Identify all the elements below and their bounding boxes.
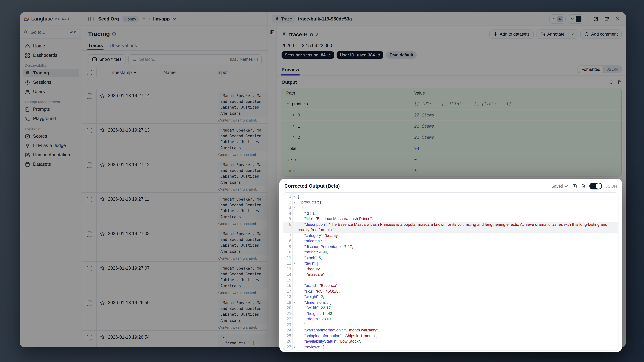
code-line-22[interactable]: 22 "depth": 28.01	[283, 316, 618, 322]
code-line-21[interactable]: 21 "height": 14.43,	[283, 311, 618, 316]
code-line-5[interactable]: 5 "title": "Essence Mascara Lash Prince"…	[283, 216, 618, 222]
line-number: 11	[283, 255, 293, 261]
code-line-11[interactable]: 11 "stock": 5,	[283, 255, 618, 261]
code-line-1[interactable]: 1▾{	[283, 194, 618, 199]
line-number: 6	[283, 222, 293, 233]
line-number: 5	[283, 216, 293, 222]
fold-spacer	[293, 283, 296, 288]
line-number: 10	[283, 250, 293, 255]
fold-spacer	[293, 216, 296, 222]
line-number: 9	[283, 244, 293, 250]
code-line-3[interactable]: 3▾ {	[283, 205, 618, 210]
code-line-16[interactable]: 16 "brand": "Essence",	[283, 283, 618, 288]
line-number: 25	[283, 333, 293, 339]
fold-spacer	[293, 288, 296, 294]
fold-spacer	[293, 238, 296, 244]
fold-chevron-icon[interactable]: ▾	[293, 350, 296, 350]
code-line-17[interactable]: 17 "sku": "RCH45Q1A",	[283, 288, 618, 294]
line-number: 23	[283, 322, 293, 328]
fold-spacer	[293, 250, 296, 255]
line-number: 21	[283, 311, 293, 316]
line-number: 27	[283, 344, 293, 350]
line-number: 14	[283, 272, 293, 277]
fold-spacer	[293, 272, 296, 277]
code-line-15[interactable]: 15 ],	[283, 277, 618, 283]
code-line-7[interactable]: 7 "category": "beauty",	[283, 233, 618, 238]
save-icon[interactable]	[572, 184, 577, 188]
trash-icon[interactable]	[581, 184, 586, 188]
line-number: 26	[283, 339, 293, 344]
fold-spacer	[293, 333, 296, 339]
corrected-output-title: Corrected Output (Beta)	[284, 183, 340, 189]
line-number: 19	[283, 300, 293, 305]
fold-chevron-icon[interactable]: ▾	[293, 261, 296, 266]
line-number: 16	[283, 283, 293, 288]
line-number: 15	[283, 277, 293, 283]
fold-spacer	[293, 233, 296, 238]
code-line-27[interactable]: 27▾ "reviews": [	[283, 344, 618, 350]
line-number: 2	[283, 199, 293, 205]
fold-spacer	[293, 316, 296, 322]
line-number: 24	[283, 328, 293, 333]
code-line-9[interactable]: 9 "discountPercentage": 7.17,	[283, 244, 618, 250]
code-line-28[interactable]: 28▾ {	[283, 350, 618, 350]
fold-chevron-icon[interactable]: ▾	[293, 205, 296, 210]
fold-spacer	[293, 222, 296, 233]
code-line-2[interactable]: 2▾ "products": [	[283, 199, 618, 205]
line-number: 1	[283, 194, 293, 199]
json-toggle-label: JSON	[606, 184, 617, 188]
line-number: 12	[283, 261, 293, 266]
code-line-19[interactable]: 19▾ "dimensions": {	[283, 300, 618, 305]
line-number: 22	[283, 316, 293, 322]
line-number: 17	[283, 288, 293, 294]
line-number: 4	[283, 210, 293, 216]
json-code-editor[interactable]: 1▾{2▾ "products": [3▾ {4 "id": 1,5 "titl…	[283, 192, 618, 350]
code-line-23[interactable]: 23 },	[283, 322, 618, 328]
fold-spacer	[293, 255, 296, 261]
code-line-26[interactable]: 26 "availabilityStatus": "Low Stock",	[283, 339, 618, 344]
code-line-13[interactable]: 13 "beauty",	[283, 266, 618, 272]
saved-status: Saved	[552, 184, 568, 188]
fold-chevron-icon[interactable]: ▾	[293, 199, 296, 205]
line-number: 3	[283, 205, 293, 210]
line-number: 20	[283, 305, 293, 311]
fold-chevron-icon[interactable]: ▾	[293, 344, 296, 350]
line-number: 28	[283, 350, 293, 350]
line-number: 7	[283, 233, 293, 238]
code-line-4[interactable]: 4 "id": 1,	[283, 210, 618, 216]
desktop: Langfuse v3.146.0 Seed Org Hobby / llm-a…	[0, 0, 644, 362]
line-number: 8	[283, 238, 293, 244]
corrected-output-card: Corrected Output (Beta) Saved JSON 1▾{2▾…	[280, 179, 622, 352]
code-line-20[interactable]: 20 "width": 23.17,	[283, 305, 618, 311]
line-number: 13	[283, 266, 293, 272]
fold-spacer	[293, 244, 296, 250]
fold-chevron-icon[interactable]: ▾	[293, 194, 296, 199]
code-line-24[interactable]: 24 "warrantyInformation": "1 month warra…	[283, 328, 618, 333]
json-toggle[interactable]	[589, 182, 602, 190]
code-line-18[interactable]: 18 "weight": 2,	[283, 294, 618, 300]
code-line-25[interactable]: 25 "shippingInformation": "Ships in 1 mo…	[283, 333, 618, 339]
fold-spacer	[293, 339, 296, 344]
fold-spacer	[293, 277, 296, 283]
code-line-6[interactable]: 6 "description": "The Essence Mascara La…	[283, 222, 618, 233]
fold-spacer	[293, 328, 296, 333]
corrected-output-header: Corrected Output (Beta) Saved JSON	[280, 179, 622, 192]
fold-spacer	[293, 210, 296, 216]
code-line-14[interactable]: 14 "mascara"	[283, 272, 618, 277]
code-line-8[interactable]: 8 "price": 9.99,	[283, 238, 618, 244]
fold-spacer	[293, 311, 296, 316]
code-line-12[interactable]: 12▾ "tags": [	[283, 261, 618, 266]
fold-chevron-icon[interactable]: ▾	[293, 300, 296, 305]
fold-spacer	[293, 305, 296, 311]
fold-spacer	[293, 266, 296, 272]
fold-spacer	[293, 322, 296, 328]
line-number: 18	[283, 294, 293, 300]
code-line-10[interactable]: 10 "rating": 4.94,	[283, 250, 618, 255]
fold-spacer	[293, 294, 296, 300]
